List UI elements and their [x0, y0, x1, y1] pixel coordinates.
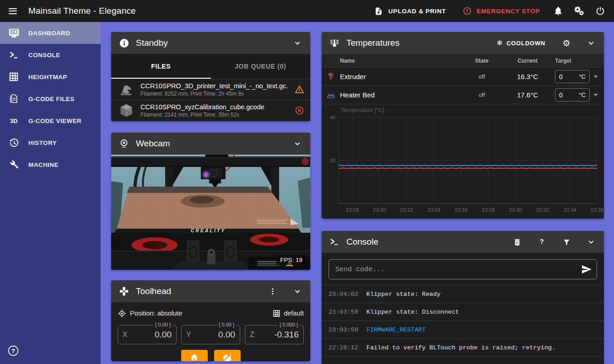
axis-x-offset-label: [ 0.00 ]	[153, 322, 172, 327]
dots-vertical-menu-icon[interactable]	[264, 282, 282, 300]
webcam-icon	[118, 138, 129, 149]
axis-y-input[interactable]: Y 0.00 [ 0.00 ]	[181, 325, 240, 344]
send-icon[interactable]	[576, 260, 597, 279]
upload-and-print-button[interactable]: UPLOAD & PRINT	[367, 3, 452, 19]
axis-x-input[interactable]: X 0.00 [ 0.00 ]	[118, 325, 177, 344]
dashboard-content: Standby FILES JOB QUEUE (0) CCR10SPRO_3D…	[101, 22, 614, 364]
printer-state-title: Standby	[136, 38, 168, 48]
alert-circle-icon	[462, 5, 473, 16]
svg-text:23:30: 23:30	[509, 207, 522, 213]
temperature-table-header: Name State Current Target	[322, 54, 604, 68]
dashboard-icon	[8, 27, 19, 38]
heater-bed-icon	[322, 91, 340, 100]
sidebar-item-label: G-CODE FILES	[28, 96, 75, 102]
svg-text:40: 40	[330, 115, 335, 120]
heater-row-extruder[interactable]: Extruder off 16.3°C °C	[322, 68, 604, 86]
console-panel: Console ?	[322, 231, 604, 364]
topbar-actions: UPLOAD & PRINT EMERGENCY STOP	[367, 2, 614, 20]
menu-icon[interactable]	[2, 0, 24, 22]
sidebar-item-machine[interactable]: MACHINE	[0, 154, 101, 176]
temperatures-title: Temperatures	[346, 38, 399, 48]
webcam-panel-header: Webcam	[111, 133, 310, 155]
collapse-panel-button[interactable]	[582, 34, 600, 52]
gcode-file-row[interactable]: CCR10SPRO_xyzCalibration_cube.gcode Fila…	[111, 100, 310, 121]
file-document-icon	[8, 93, 19, 104]
motors-off-button[interactable]	[214, 350, 241, 361]
extruder-target-dropdown-icon[interactable]	[593, 75, 598, 78]
axis-z-offset-label: [ 0.000 ]	[278, 322, 300, 327]
gcode-file-name: CCR10SPRO_3D_printer_test_mini_-_no_text…	[140, 82, 288, 90]
thermometer-icon	[329, 37, 340, 48]
bed-target-dropdown-icon[interactable]	[593, 94, 598, 96]
extruder-target-value[interactable]	[559, 73, 573, 80]
sidebar-item-history[interactable]: HISTORY	[0, 132, 101, 154]
svg-text:23:34: 23:34	[563, 207, 576, 213]
svg-text:?: ?	[540, 238, 544, 245]
info-icon	[118, 37, 129, 48]
extruder-nozzle-icon	[322, 72, 340, 81]
speed-profile-select[interactable]: default	[273, 310, 304, 317]
tab-files[interactable]: FILES	[111, 54, 211, 79]
bed-target-input[interactable]: °C	[555, 88, 590, 102]
heater-row-bed[interactable]: Heater Bed off 17.6°C °C	[322, 86, 604, 104]
file-upload-icon	[373, 5, 384, 16]
svg-text:23:24: 23:24	[427, 207, 441, 213]
temperature-settings-gear-icon[interactable]: ⚙	[557, 34, 576, 52]
console-filter-icon[interactable]	[557, 233, 576, 251]
toolhead-panel: Toolhead Position: absolute	[111, 280, 310, 361]
svg-text:23:32: 23:32	[536, 207, 549, 213]
svg-text:23:18: 23:18	[346, 207, 359, 213]
home-all-button[interactable]	[181, 350, 208, 361]
temperature-chart[interactable]: 402023:1823:2023:2223:2423:2623:2823:302…	[322, 104, 604, 219]
bed-target-value[interactable]	[559, 91, 573, 99]
grid-icon	[8, 71, 19, 82]
cooldown-button[interactable]: ❄ COOLDOWN	[491, 35, 551, 51]
sidebar-item-label: MACHINE	[28, 161, 59, 168]
settings-cogs-icon[interactable]	[570, 2, 588, 20]
sidebar-item-gcode-files[interactable]: G-CODE FILES	[0, 88, 101, 110]
3d-icon: 3D	[8, 115, 19, 126]
gcode-file-name: CCR10SPRO_xyzCalibration_cube.gcode	[140, 103, 288, 111]
profile-label: default	[284, 310, 304, 317]
collapse-panel-button[interactable]	[288, 34, 307, 52]
standby-panel-header: Standby	[111, 32, 310, 54]
gcode-file-details: Filament: 2141 mm, Print Time: 35m 52s	[140, 112, 288, 118]
standby-tabs: FILES JOB QUEUE (0)	[111, 54, 310, 79]
help-icon[interactable]: ?	[6, 344, 20, 358]
sidebar-item-heightmap[interactable]: HEIGHTMAP	[0, 66, 101, 88]
console-title: Console	[346, 237, 378, 247]
grid-small-icon	[273, 310, 280, 317]
send-code-field[interactable]	[329, 259, 597, 279]
power-icon[interactable]	[591, 2, 609, 20]
collapse-panel-button[interactable]	[582, 233, 600, 251]
send-code-input[interactable]	[329, 260, 576, 279]
sidebar-item-dashboard[interactable]: DASHBOARD	[0, 22, 101, 44]
webcam-stream: CREALITY	[111, 155, 310, 270]
gcode-file-row[interactable]: CCR10SPRO_3D_printer_test_mini_-_no_text…	[111, 79, 310, 100]
console-icon	[8, 49, 19, 60]
sidebar-item-label: HEIGHTMAP	[28, 74, 67, 80]
fps-badge: FPS: 19	[276, 255, 307, 265]
svg-text:23:28: 23:28	[482, 207, 495, 213]
temperatures-panel-header: Temperatures ❄ COOLDOWN ⚙	[322, 32, 604, 54]
clear-console-trash-icon[interactable]	[508, 233, 526, 251]
tab-job-queue[interactable]: JOB QUEUE (0)	[211, 54, 311, 79]
svg-text:CREALITY: CREALITY	[191, 228, 226, 233]
emergency-stop-button[interactable]: EMERGENCY STOP	[455, 3, 546, 19]
notifications-bell-icon[interactable]	[549, 2, 567, 20]
gcode-file-thumbnail	[118, 81, 135, 98]
sidebar-item-label: G-CODE VIEWER	[28, 118, 81, 124]
page-title: Mainsail Theme - Elegance	[28, 6, 136, 16]
sidebar: DASHBOARD CONSOLE HEIGHTMAP G-CODE FILES…	[0, 22, 101, 364]
collapse-panel-button[interactable]	[288, 134, 307, 153]
collapse-panel-button[interactable]	[288, 282, 307, 300]
sidebar-item-label: DASHBOARD	[28, 30, 70, 37]
console-help-icon[interactable]: ?	[533, 233, 551, 251]
sidebar-item-gcode-viewer[interactable]: 3D G-CODE VIEWER	[0, 110, 101, 132]
extruder-target-input[interactable]: °C	[555, 70, 590, 83]
axis-z-input[interactable]: Z -0.316 [ 0.000 ]	[245, 325, 304, 344]
svg-text:Temperature [°C]: Temperature [°C]	[341, 107, 384, 113]
sidebar-item-console[interactable]: CONSOLE	[0, 44, 101, 66]
gcode-file-thumbnail	[118, 102, 135, 119]
toolhead-panel-header: Toolhead	[111, 280, 310, 302]
